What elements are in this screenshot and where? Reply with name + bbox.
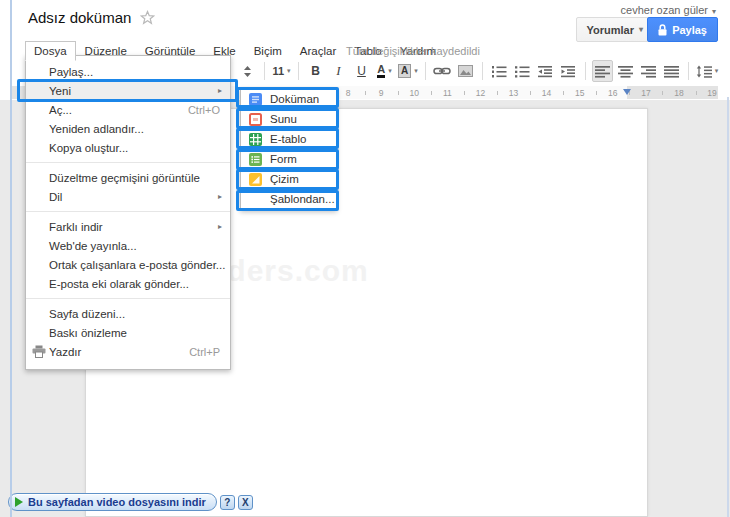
menu-divider [26, 162, 230, 163]
chevron-down-icon: ▾ [414, 67, 418, 75]
menu-item-label: Yeni [49, 85, 220, 97]
ruler-number: 12 [476, 88, 485, 98]
ruler-tick [497, 91, 498, 95]
underline-button[interactable]: U [351, 60, 372, 82]
file-menu-item-a[interactable]: Aç...Ctrl+O [26, 100, 230, 119]
insert-link-button[interactable] [432, 60, 453, 82]
chevron-down-icon: ▾ [287, 67, 291, 75]
chevron-down-icon: ▾ [388, 67, 392, 75]
align-right-icon [641, 65, 656, 78]
help-button[interactable]: ? [220, 495, 235, 510]
ruler-tick [365, 91, 366, 95]
ruler-number: 13 [509, 88, 518, 98]
new-submenu-item-ablondan[interactable]: Şablondan... [241, 189, 336, 209]
numbered-list-button[interactable] [489, 60, 510, 82]
comments-button[interactable]: Yorumlar▾ [576, 17, 655, 42]
left-window-edge [10, 0, 12, 517]
align-justify-button[interactable] [661, 60, 682, 82]
share-button[interactable]: Paylaş [647, 17, 718, 42]
file-menu-item-bask-nizleme[interactable]: Baskı önizleme [26, 323, 230, 342]
margin-marker-icon[interactable] [623, 89, 631, 95]
bold-button-label: B [311, 64, 320, 78]
ruler-tick [398, 91, 399, 95]
new-submenu-item-form[interactable]: Form [241, 149, 336, 169]
font-size-select-label: 11 [272, 65, 284, 77]
ruler-tick [464, 91, 465, 95]
file-menu-item-dil[interactable]: Dil▸ [26, 187, 230, 206]
toolbar-separator [298, 62, 299, 80]
file-menu-item-farkl-indir[interactable]: Farklı indir▸ [26, 217, 230, 236]
submenu-item-label: Sunu [270, 113, 297, 125]
ol-icon [491, 65, 507, 78]
document-title[interactable]: Adsız doküman [28, 9, 131, 26]
menu-item-label: Kopya oluştur... [49, 142, 220, 154]
user-menu[interactable]: cevher ozan güler▾ [621, 4, 716, 16]
highlight-color-button[interactable]: A▾ [397, 60, 419, 82]
new-submenu-item-sunu[interactable]: Sunu [241, 109, 336, 129]
align-center-button[interactable] [615, 60, 636, 82]
font-size-select[interactable]: 11▾ [271, 60, 292, 82]
toolbar: 11▾BIUA▾A▾▾ [230, 58, 720, 84]
line-spacing-button[interactable]: ▾ [695, 60, 720, 82]
file-menu: Paylaş...Yeni▸Aç...Ctrl+OYeniden adlandı… [25, 55, 231, 370]
new-submenu-item-e-tablo[interactable]: E-tablo [241, 129, 336, 149]
increase-indent-button[interactable] [558, 60, 579, 82]
new-submenu-item-izim[interactable]: Çizim [241, 169, 336, 189]
menu-item-label: E-posta eki olarak gönder... [49, 278, 220, 290]
file-menu-item-yazd-r[interactable]: YazdırCtrl+P [26, 342, 230, 361]
align-left-button[interactable] [592, 60, 613, 82]
toolbar-separator [482, 62, 483, 80]
file-menu-item-ortak-al-anlara-e-posta-g-nder[interactable]: Ortak çalışanlara e-posta gönder... [26, 255, 230, 274]
forms-icon [249, 153, 262, 166]
font-size-stepper[interactable] [237, 60, 258, 82]
italic-button[interactable]: I [328, 60, 349, 82]
file-menu-item-kopya-olu-tur[interactable]: Kopya oluştur... [26, 138, 230, 157]
bold-button[interactable]: B [305, 60, 326, 82]
file-menu-item-web-de-yay-nla[interactable]: Web'de yayınla... [26, 236, 230, 255]
star-icon[interactable] [140, 10, 155, 25]
file-menu-item-d-zeltme-ge-mi-ini-g-r-nt-le[interactable]: Düzeltme geçmişini görüntüle [26, 168, 230, 187]
file-menu-item-sayfa-d-zeni[interactable]: Sayfa düzeni... [26, 304, 230, 323]
close-icon[interactable]: X [238, 495, 253, 510]
download-video-button[interactable]: Bu sayfadan video dosyasını indir [8, 493, 217, 511]
file-menu-item-e-posta-eki-olarak-g-nder[interactable]: E-posta eki olarak gönder... [26, 274, 230, 293]
align-right-button[interactable] [638, 60, 659, 82]
submenu-item-label: Çizim [270, 173, 299, 185]
file-menu-item-yeni[interactable]: Yeni▸ [26, 81, 230, 100]
submenu-item-label: E-tablo [270, 133, 306, 145]
chevron-down-icon: ▾ [639, 25, 643, 34]
scrollbar[interactable] [727, 97, 729, 517]
menu-item-shortcut: Ctrl+O [188, 104, 220, 116]
chevron-down-icon: ▾ [715, 67, 719, 75]
menubar-item-dosya[interactable]: Dosya [25, 41, 76, 61]
ruler-tick [662, 91, 663, 95]
ruler-number: 17 [641, 88, 650, 98]
submenu-arrow-icon: ▸ [218, 86, 222, 95]
menu-divider [26, 298, 230, 299]
menu-item-label: Yeniden adlandır... [49, 123, 220, 135]
play-icon [15, 497, 23, 507]
ruler-tick [596, 91, 597, 95]
file-menu-item-payla[interactable]: Paylaş... [26, 62, 230, 81]
ruler-tick [431, 91, 432, 95]
menu-item-label: Yazdır [49, 346, 177, 358]
text-color-button[interactable]: A▾ [374, 60, 395, 82]
ruler-number: 10 [409, 88, 418, 98]
docs-icon [249, 93, 262, 106]
ruler-number: 15 [575, 88, 584, 98]
ruler-number: 9 [379, 88, 384, 98]
submenu-item-label: Doküman [270, 93, 319, 105]
slides-icon [249, 113, 262, 126]
align-center-icon [618, 65, 633, 78]
insert-image-button[interactable] [455, 60, 476, 82]
drawing-icon [249, 173, 262, 186]
new-submenu-item-dok-man[interactable]: Doküman [241, 89, 336, 109]
menu-item-shortcut: Ctrl+P [189, 346, 220, 358]
bulleted-list-button[interactable] [512, 60, 533, 82]
file-menu-item-yeniden-adland-r[interactable]: Yeniden adlandır... [26, 119, 230, 138]
highlight-color-button-label: A [398, 64, 411, 78]
decrease-indent-button[interactable] [535, 60, 556, 82]
menu-item-label: Dil [49, 191, 220, 203]
save-status[interactable]: Tüm değişiklikler kaydedildi [346, 45, 480, 57]
italic-button-label: I [336, 63, 340, 79]
